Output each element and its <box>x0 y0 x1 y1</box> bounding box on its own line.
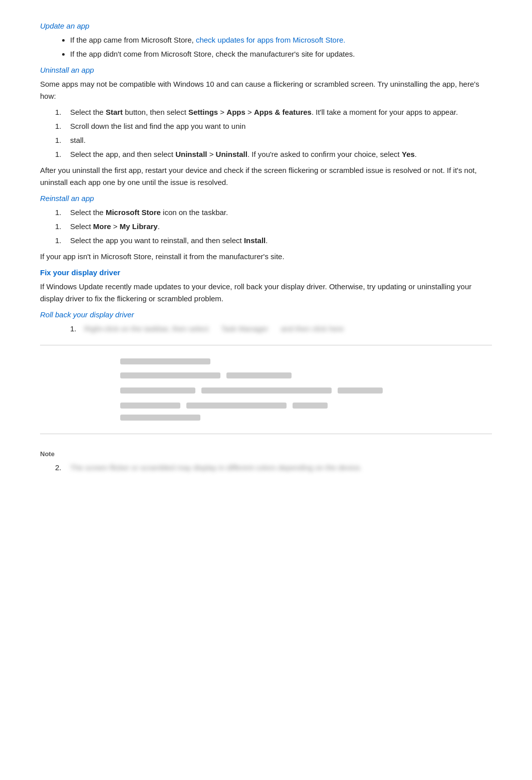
after-uninstall-text: After you uninstall the first app, resta… <box>40 164 492 188</box>
update-app-link[interactable]: Update an app <box>40 20 492 32</box>
blurred-line-2a <box>120 372 220 378</box>
step1-blurred-text: Right-click on the taskbar, then select … <box>84 323 344 335</box>
uninstall-app-link[interactable]: Uninstall an app <box>40 64 492 76</box>
uninstall-step-3: stall. <box>70 134 492 146</box>
blurred-line-4c <box>293 403 328 409</box>
step1-blurred-row: Right-click on the taskbar, then select … <box>70 323 492 335</box>
note-number: 2. <box>55 462 62 474</box>
blurred-line-3b <box>201 387 332 394</box>
blurred-line-4a <box>120 403 180 409</box>
fix-driver-heading: Fix your display driver <box>40 267 492 279</box>
bullet-item-2: If the app didn't come from Microsoft St… <box>70 48 492 60</box>
blurred-line-3c <box>338 387 383 394</box>
uninstall-step-1: Select the Start button, then select Set… <box>70 106 492 118</box>
fix-driver-body: If Windows Update recently made updates … <box>40 281 492 305</box>
reinstall-step-1: Select the Microsoft Store icon on the t… <box>70 207 492 219</box>
blurred-line-4-row <box>120 400 452 412</box>
reinstall-app-link[interactable]: Reinstall an app <box>40 192 492 205</box>
uninstall-intro: Some apps may not be compatible with Win… <box>40 78 492 102</box>
blurred-line-4b <box>186 403 287 409</box>
note-label: Note <box>40 449 492 460</box>
blurred-line-3a <box>120 387 195 394</box>
blurred-content-block <box>40 345 492 434</box>
microsoft-store-link[interactable]: check updates for apps from Microsoft St… <box>196 36 345 44</box>
note-blurred-text: The screen flicker or scrambled may disp… <box>70 463 362 472</box>
blurred-line-2-row <box>120 369 452 381</box>
uninstall-step-4: Select the app, and then select Uninstal… <box>70 148 492 160</box>
note-section: Note 2. The screen flicker or scrambled … <box>40 449 492 474</box>
bullet-item-1: If the app came from Microsoft Store, ch… <box>70 34 492 46</box>
blurred-line-3-row <box>120 384 452 397</box>
reinstall-steps-list: Select the Microsoft Store icon on the t… <box>70 207 492 247</box>
blurred-line-1 <box>120 358 210 364</box>
note-content-row: 2. The screen flicker or scrambled may d… <box>70 462 492 474</box>
reinstall-step-2: Select More > My Library. <box>70 221 492 233</box>
reinstall-step-3: Select the app you want to reinstall, an… <box>70 235 492 247</box>
blurred-line-2b <box>226 372 292 378</box>
uninstall-steps-list: Select the Start button, then select Set… <box>70 106 492 160</box>
update-app-list: If the app came from Microsoft Store, ch… <box>70 34 492 60</box>
reinstall-note: If your app isn't in Microsoft Store, re… <box>40 251 492 263</box>
uninstall-step-2: Scroll down the list and find the app yo… <box>70 120 492 132</box>
rollback-link[interactable]: Roll back your display driver <box>40 309 492 321</box>
bullet1-prefix: If the app came from Microsoft Store, <box>70 36 194 44</box>
blurred-line-5 <box>120 415 200 421</box>
